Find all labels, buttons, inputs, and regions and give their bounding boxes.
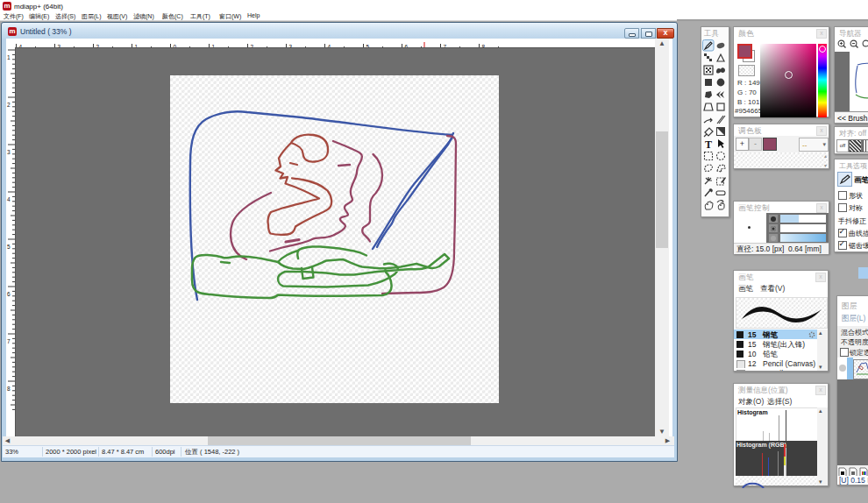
svg-text:3: 3 bbox=[7, 149, 11, 155]
svg-text:4: 4 bbox=[7, 196, 11, 202]
svg-text:T: T bbox=[705, 138, 712, 151]
svg-text:2: 2 bbox=[7, 102, 11, 108]
svg-text:1: 1 bbox=[7, 54, 11, 60]
svg-text:7: 7 bbox=[7, 338, 11, 344]
svg-text:8: 8 bbox=[7, 386, 11, 392]
svg-text:5: 5 bbox=[7, 244, 11, 250]
svg-text:6: 6 bbox=[7, 291, 11, 297]
